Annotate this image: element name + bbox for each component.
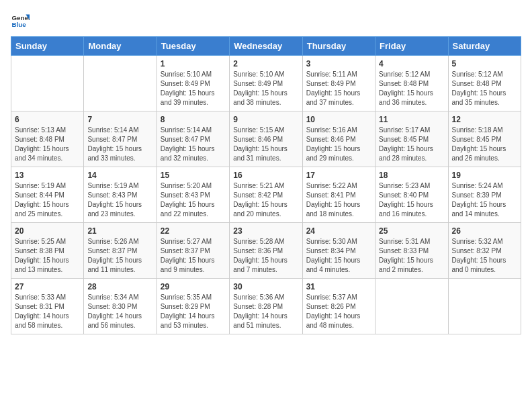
day-info: Sunrise: 5:26 AM Sunset: 8:37 PM Dayligh… [87, 237, 152, 275]
day-header-monday: Monday [84, 37, 157, 56]
day-number: 12 [452, 115, 517, 124]
day-info: Sunrise: 5:30 AM Sunset: 8:34 PM Dayligh… [306, 237, 371, 275]
day-number: 6 [15, 115, 80, 124]
day-number: 11 [379, 115, 444, 124]
day-info: Sunrise: 5:31 AM Sunset: 8:33 PM Dayligh… [379, 237, 444, 275]
day-number: 1 [161, 59, 226, 68]
calendar-cell: 20Sunrise: 5:25 AM Sunset: 8:38 PM Dayli… [11, 223, 84, 279]
day-info: Sunrise: 5:36 AM Sunset: 8:28 PM Dayligh… [233, 293, 298, 330]
day-number: 25 [379, 226, 444, 236]
logo-icon: General Blue [11, 11, 30, 30]
day-number: 20 [15, 226, 80, 236]
day-header-wednesday: Wednesday [230, 37, 302, 56]
calendar-cell [375, 279, 448, 334]
calendar-cell: 2Sunrise: 5:10 AM Sunset: 8:49 PM Daylig… [230, 56, 302, 111]
day-info: Sunrise: 5:16 AM Sunset: 8:46 PM Dayligh… [306, 126, 371, 163]
calendar-cell: 22Sunrise: 5:27 AM Sunset: 8:37 PM Dayli… [157, 223, 229, 279]
calendar-cell: 29Sunrise: 5:35 AM Sunset: 8:29 PM Dayli… [157, 279, 229, 334]
calendar-cell: 19Sunrise: 5:24 AM Sunset: 8:39 PM Dayli… [448, 167, 521, 223]
day-info: Sunrise: 5:33 AM Sunset: 8:31 PM Dayligh… [15, 293, 80, 330]
calendar-cell: 14Sunrise: 5:19 AM Sunset: 8:43 PM Dayli… [84, 167, 157, 223]
day-info: Sunrise: 5:14 AM Sunset: 8:47 PM Dayligh… [87, 126, 152, 163]
calendar-cell: 17Sunrise: 5:22 AM Sunset: 8:41 PM Dayli… [302, 167, 375, 223]
day-number: 26 [452, 226, 517, 236]
calendar-cell: 16Sunrise: 5:21 AM Sunset: 8:42 PM Dayli… [230, 167, 302, 223]
day-info: Sunrise: 5:15 AM Sunset: 8:46 PM Dayligh… [233, 126, 298, 163]
calendar-week-2: 6Sunrise: 5:13 AM Sunset: 8:48 PM Daylig… [11, 111, 521, 167]
calendar-cell: 1Sunrise: 5:10 AM Sunset: 8:49 PM Daylig… [157, 56, 229, 111]
page-header: General Blue [11, 11, 521, 30]
day-number: 8 [161, 115, 226, 124]
day-header-saturday: Saturday [448, 37, 521, 56]
day-info: Sunrise: 5:24 AM Sunset: 8:39 PM Dayligh… [452, 181, 517, 219]
calendar-cell: 5Sunrise: 5:12 AM Sunset: 8:48 PM Daylig… [448, 56, 521, 111]
day-number: 17 [306, 171, 371, 180]
day-info: Sunrise: 5:19 AM Sunset: 8:44 PM Dayligh… [15, 181, 80, 219]
day-info: Sunrise: 5:35 AM Sunset: 8:29 PM Dayligh… [161, 293, 226, 330]
calendar-cell: 25Sunrise: 5:31 AM Sunset: 8:33 PM Dayli… [375, 223, 448, 279]
day-number: 24 [306, 226, 371, 236]
calendar-cell [11, 56, 84, 111]
day-info: Sunrise: 5:19 AM Sunset: 8:43 PM Dayligh… [87, 181, 152, 219]
day-number: 16 [233, 171, 298, 180]
day-number: 13 [15, 171, 80, 180]
day-number: 30 [233, 282, 298, 291]
day-info: Sunrise: 5:13 AM Sunset: 8:48 PM Dayligh… [15, 126, 80, 163]
calendar-week-5: 27Sunrise: 5:33 AM Sunset: 8:31 PM Dayli… [11, 279, 521, 334]
day-number: 4 [379, 59, 444, 68]
calendar-header-row: SundayMondayTuesdayWednesdayThursdayFrid… [11, 37, 521, 56]
day-info: Sunrise: 5:22 AM Sunset: 8:41 PM Dayligh… [306, 181, 371, 219]
day-header-thursday: Thursday [302, 37, 375, 56]
calendar-cell: 18Sunrise: 5:23 AM Sunset: 8:40 PM Dayli… [375, 167, 448, 223]
calendar-week-3: 13Sunrise: 5:19 AM Sunset: 8:44 PM Dayli… [11, 167, 521, 223]
day-info: Sunrise: 5:14 AM Sunset: 8:47 PM Dayligh… [161, 126, 226, 163]
day-info: Sunrise: 5:18 AM Sunset: 8:45 PM Dayligh… [452, 126, 517, 163]
day-number: 22 [161, 226, 226, 236]
day-number: 15 [161, 171, 226, 180]
calendar-cell: 27Sunrise: 5:33 AM Sunset: 8:31 PM Dayli… [11, 279, 84, 334]
day-number: 5 [452, 59, 517, 68]
calendar-week-4: 20Sunrise: 5:25 AM Sunset: 8:38 PM Dayli… [11, 223, 521, 279]
day-info: Sunrise: 5:32 AM Sunset: 8:32 PM Dayligh… [452, 237, 517, 275]
calendar-cell: 9Sunrise: 5:15 AM Sunset: 8:46 PM Daylig… [230, 111, 302, 167]
calendar-cell: 28Sunrise: 5:34 AM Sunset: 8:30 PM Dayli… [84, 279, 157, 334]
day-number: 27 [15, 282, 80, 291]
calendar-cell: 13Sunrise: 5:19 AM Sunset: 8:44 PM Dayli… [11, 167, 84, 223]
calendar-cell: 26Sunrise: 5:32 AM Sunset: 8:32 PM Dayli… [448, 223, 521, 279]
svg-text:Blue: Blue [11, 21, 26, 28]
day-number: 23 [233, 226, 298, 236]
calendar-cell: 3Sunrise: 5:11 AM Sunset: 8:49 PM Daylig… [302, 56, 375, 111]
calendar-cell [448, 279, 521, 334]
calendar-cell: 4Sunrise: 5:12 AM Sunset: 8:48 PM Daylig… [375, 56, 448, 111]
day-info: Sunrise: 5:10 AM Sunset: 8:49 PM Dayligh… [161, 70, 226, 107]
day-info: Sunrise: 5:28 AM Sunset: 8:36 PM Dayligh… [233, 237, 298, 275]
day-info: Sunrise: 5:12 AM Sunset: 8:48 PM Dayligh… [379, 70, 444, 107]
calendar-cell: 8Sunrise: 5:14 AM Sunset: 8:47 PM Daylig… [157, 111, 229, 167]
calendar-table: SundayMondayTuesdayWednesdayThursdayFrid… [11, 36, 521, 334]
day-info: Sunrise: 5:27 AM Sunset: 8:37 PM Dayligh… [161, 237, 226, 275]
day-info: Sunrise: 5:11 AM Sunset: 8:49 PM Dayligh… [306, 70, 371, 107]
day-header-friday: Friday [375, 37, 448, 56]
calendar-cell: 23Sunrise: 5:28 AM Sunset: 8:36 PM Dayli… [230, 223, 302, 279]
day-info: Sunrise: 5:10 AM Sunset: 8:49 PM Dayligh… [233, 70, 298, 107]
day-header-sunday: Sunday [11, 37, 84, 56]
day-info: Sunrise: 5:20 AM Sunset: 8:43 PM Dayligh… [161, 181, 226, 219]
day-info: Sunrise: 5:12 AM Sunset: 8:48 PM Dayligh… [452, 70, 517, 107]
day-number: 7 [87, 115, 152, 124]
calendar-cell: 21Sunrise: 5:26 AM Sunset: 8:37 PM Dayli… [84, 223, 157, 279]
calendar-cell: 24Sunrise: 5:30 AM Sunset: 8:34 PM Dayli… [302, 223, 375, 279]
calendar-cell: 7Sunrise: 5:14 AM Sunset: 8:47 PM Daylig… [84, 111, 157, 167]
day-number: 3 [306, 59, 371, 68]
day-number: 19 [452, 171, 517, 180]
logo: General Blue [11, 11, 30, 30]
day-number: 21 [87, 226, 152, 236]
calendar-cell: 11Sunrise: 5:17 AM Sunset: 8:45 PM Dayli… [375, 111, 448, 167]
day-info: Sunrise: 5:37 AM Sunset: 8:26 PM Dayligh… [306, 293, 371, 330]
calendar-cell: 10Sunrise: 5:16 AM Sunset: 8:46 PM Dayli… [302, 111, 375, 167]
calendar-cell: 6Sunrise: 5:13 AM Sunset: 8:48 PM Daylig… [11, 111, 84, 167]
day-number: 29 [161, 282, 226, 291]
day-header-tuesday: Tuesday [157, 37, 229, 56]
day-number: 2 [233, 59, 298, 68]
day-number: 18 [379, 171, 444, 180]
day-info: Sunrise: 5:23 AM Sunset: 8:40 PM Dayligh… [379, 181, 444, 219]
